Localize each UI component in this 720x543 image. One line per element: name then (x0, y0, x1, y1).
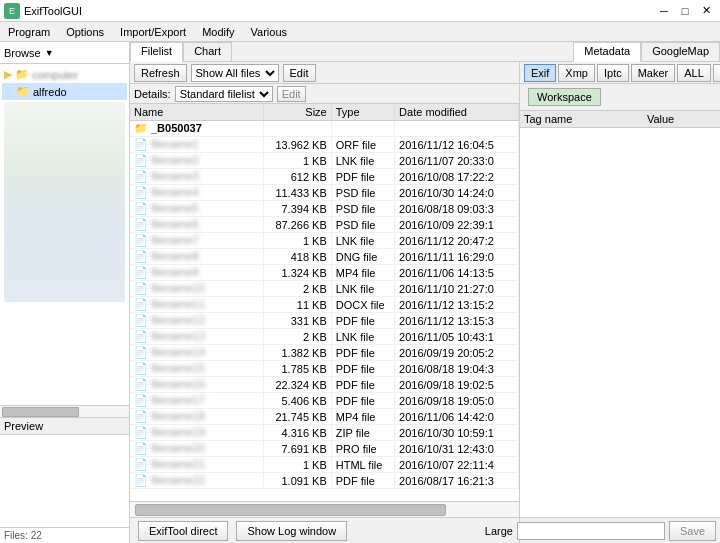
sidebar-preview: Preview (0, 417, 129, 527)
minimize-button[interactable]: ─ (654, 3, 674, 19)
file-table-hscroll[interactable] (130, 501, 519, 517)
hscroll-track (130, 502, 519, 517)
subtab-maker[interactable]: Maker (631, 64, 676, 82)
sidebar-items-blurred (4, 102, 125, 302)
save-button[interactable]: Save (669, 521, 716, 541)
file-icon: 📄 (134, 442, 148, 454)
sidebar-nav[interactable]: ▶ 📁 computer 📁 alfredo (0, 64, 129, 405)
show-files-select[interactable]: Show All files (191, 64, 279, 82)
col-name[interactable]: Name (130, 104, 264, 121)
filelist-section: Refresh Show All files Edit Details: Sta… (130, 62, 520, 543)
table-row[interactable]: 📄filename221.091 KBPDF file2016/08/17 16… (130, 473, 519, 489)
file-icon: 📄 (134, 362, 148, 374)
table-row[interactable]: 📄filename8418 KBDNG file2016/11/11 16:29… (130, 249, 519, 265)
file-icon: 📄 (134, 250, 148, 262)
subtab-custom[interactable]: Custom (713, 64, 720, 82)
col-type[interactable]: Type (331, 104, 394, 121)
details-edit-button[interactable]: Edit (277, 86, 306, 102)
sidebar-hscroll[interactable] (0, 405, 129, 417)
file-icon: 📄 (134, 394, 148, 406)
subtab-exif[interactable]: Exif (524, 64, 556, 82)
filelist-toolbar: Refresh Show All files Edit (130, 62, 519, 84)
table-row[interactable]: 📄filename1622.324 KBPDF file2016/09/18 1… (130, 377, 519, 393)
table-row[interactable]: 📄filename113.962 KBORF file2016/11/12 16… (130, 137, 519, 153)
file-icon: 📄 (134, 170, 148, 182)
app-icon: E (4, 3, 20, 19)
show-log-button[interactable]: Show Log window (236, 521, 347, 541)
file-table-container[interactable]: Name Size Type Date modified 📁_B050037📄f… (130, 104, 519, 501)
dropdown-icon[interactable]: ▼ (45, 48, 54, 58)
table-row[interactable]: 📄filename1111 KBDOCX file2016/11/12 13:1… (130, 297, 519, 313)
menu-modify[interactable]: Modify (194, 24, 242, 40)
sidebar-root-item[interactable]: ▶ 📁 computer (2, 66, 127, 83)
table-row[interactable]: 📄filename57.394 KBPSD file2016/08/18 09:… (130, 201, 519, 217)
table-row[interactable]: 📄filename175.406 KBPDF file2016/09/18 19… (130, 393, 519, 409)
sidebar-item-alfredo[interactable]: 📁 alfredo (2, 83, 127, 100)
main-area: Browse ▼ ▶ 📁 computer 📁 alfredo Preview … (0, 42, 720, 543)
meta-value-input[interactable] (517, 522, 665, 540)
table-row[interactable]: 📄filename12331 KBPDF file2016/11/12 13:1… (130, 313, 519, 329)
edit-button[interactable]: Edit (283, 64, 316, 82)
menu-various[interactable]: Various (243, 24, 295, 40)
table-row[interactable]: 📄filename132 KBLNK file2016/11/05 10:43:… (130, 329, 519, 345)
table-row[interactable]: 📄filename151.785 KBPDF file2016/08/18 19… (130, 361, 519, 377)
meta-main-tabs-area: Metadata GoogleMap (573, 42, 720, 61)
file-icon: 📄 (134, 282, 148, 294)
meta-table: Tag name Value (520, 111, 720, 128)
tab-chart[interactable]: Chart (183, 42, 232, 61)
folder-icon-2: 📁 (16, 85, 30, 98)
table-row[interactable]: 📄filename411.433 KBPSD file2016/10/30 14… (130, 185, 519, 201)
details-bar: Details: Standard filelist Edit (130, 84, 519, 104)
folder-expand-icon: ▶ (4, 68, 12, 81)
subtab-iptc[interactable]: Iptc (597, 64, 629, 82)
metadata-section: Exif Xmp Iptc Maker ALL Custom Workspace (520, 62, 720, 543)
col-size[interactable]: Size (264, 104, 332, 121)
exiftool-direct-button[interactable]: ExifTool direct (138, 521, 228, 541)
file-icon: 📄 (134, 314, 148, 326)
table-row[interactable]: 📄filename91.324 KBMP4 file2016/11/06 14:… (130, 265, 519, 281)
file-icon: 📄 (134, 186, 148, 198)
menu-import-export[interactable]: Import/Export (112, 24, 194, 40)
refresh-button[interactable]: Refresh (134, 64, 187, 82)
meta-col-tagname[interactable]: Tag name (520, 111, 643, 128)
table-row[interactable]: 📄filename71 KBLNK file2016/11/12 20:47:2 (130, 233, 519, 249)
table-row[interactable]: 📄filename211 KBHTML file2016/10/07 22:11… (130, 457, 519, 473)
window-controls: ─ □ ✕ (654, 3, 716, 19)
table-row[interactable]: 📁_B050037 (130, 121, 519, 137)
table-row[interactable]: 📄filename102 KBLNK file2016/11/10 21:27:… (130, 281, 519, 297)
details-select[interactable]: Standard filelist (175, 86, 273, 102)
meta-subtabs: Exif Xmp Iptc Maker ALL Custom (520, 62, 720, 84)
file-icon: 📄 (134, 426, 148, 438)
menu-program[interactable]: Program (0, 24, 58, 40)
meta-table-container[interactable]: Tag name Value (520, 111, 720, 517)
tab-metadata[interactable]: Metadata (573, 42, 641, 62)
col-date[interactable]: Date modified (395, 104, 519, 121)
hscroll-thumb (135, 504, 446, 516)
table-row[interactable]: 📄filename3612 KBPDF file2016/10/08 17:22… (130, 169, 519, 185)
file-icon: 📄 (134, 266, 148, 278)
workspace-button[interactable]: Workspace (528, 88, 601, 106)
content-area: Refresh Show All files Edit Details: Sta… (130, 62, 720, 543)
table-row[interactable]: 📄filename207.691 KBPRO file2016/10/31 12… (130, 441, 519, 457)
table-row[interactable]: 📄filename687.266 KBPSD file2016/10/09 22… (130, 217, 519, 233)
close-button[interactable]: ✕ (696, 3, 716, 19)
meta-bottom: Large Save (520, 517, 720, 543)
file-icon: 📄 (134, 330, 148, 342)
tab-googlemap[interactable]: GoogleMap (641, 42, 720, 61)
maximize-button[interactable]: □ (675, 3, 695, 19)
folder-icon: 📁 (15, 68, 29, 81)
table-row[interactable]: 📄filename21 KBLNK file2016/11/07 20:33:0 (130, 153, 519, 169)
file-icon: 📄 (134, 218, 148, 230)
subtab-xmp[interactable]: Xmp (558, 64, 595, 82)
table-row[interactable]: 📄filename194.316 KBZIP file2016/10/30 10… (130, 425, 519, 441)
menu-options[interactable]: Options (58, 24, 112, 40)
top-tabs: Filelist Chart Metadata GoogleMap (130, 42, 720, 62)
tab-filelist[interactable]: Filelist (130, 42, 183, 62)
table-row[interactable]: 📄filename141.382 KBPDF file2016/09/19 20… (130, 345, 519, 361)
table-row[interactable]: 📄filename1821.745 KBMP4 file2016/11/06 1… (130, 409, 519, 425)
browse-label: Browse (4, 47, 41, 59)
large-label: Large (485, 525, 513, 537)
meta-col-value[interactable]: Value (643, 111, 720, 128)
sidebar-selected-label: alfredo (33, 86, 67, 98)
subtab-all[interactable]: ALL (677, 64, 711, 82)
